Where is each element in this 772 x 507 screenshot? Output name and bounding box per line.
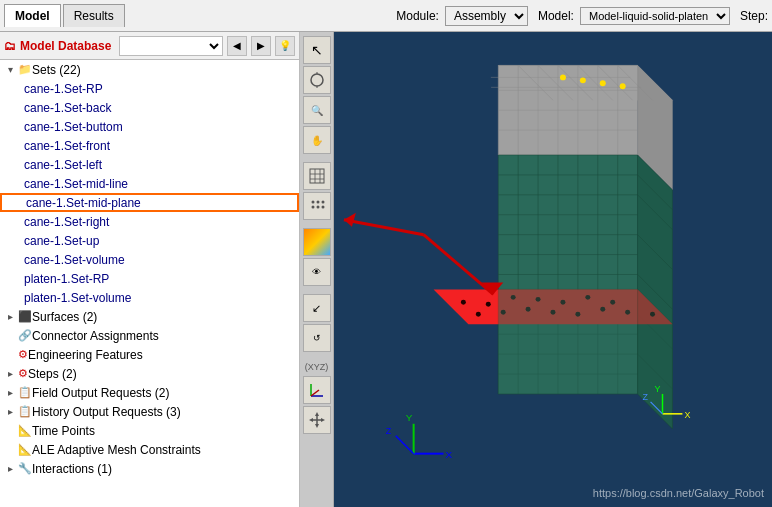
interactions-icon: 🔧 <box>18 462 32 475</box>
svg-point-11 <box>321 206 324 209</box>
rt-zoom-btn[interactable]: 🔍 <box>303 96 331 124</box>
rt-rotate-btn[interactable] <box>303 66 331 94</box>
field-icon: 📋 <box>18 386 32 399</box>
steps-icon: ⚙ <box>18 367 28 380</box>
tree-item-surfaces[interactable]: ▸ ⬛ Surfaces (2) <box>0 307 299 326</box>
tree-label-connector-assignments: Connector Assignments <box>32 329 159 343</box>
list-item[interactable]: cane-1.Set-back <box>0 98 299 117</box>
svg-point-79 <box>476 312 481 317</box>
list-item[interactable]: cane-1.Set-up <box>0 231 299 250</box>
svg-point-42 <box>580 77 586 83</box>
expand-history-output[interactable]: ▸ <box>4 406 16 417</box>
svg-point-72 <box>461 300 466 305</box>
svg-text:X: X <box>684 410 690 420</box>
list-item[interactable]: cane-1.Set-volume <box>0 250 299 269</box>
svg-text:Y: Y <box>655 384 661 394</box>
right-toolbar: ↖ 🔍 ✋ 👁 ↙ ↺ (XYZ) <box>300 32 334 507</box>
list-item[interactable]: cane-1.Set-mid-line <box>0 174 299 193</box>
rt-cursor-btn[interactable]: ↙ <box>303 294 331 322</box>
tree-database-select[interactable] <box>119 36 223 56</box>
list-item[interactable]: cane-1.Set-RP <box>0 79 299 98</box>
rt-select-btn[interactable]: ↖ <box>303 36 331 64</box>
rt-rotate2-btn[interactable]: ↺ <box>303 324 331 352</box>
module-label: Module: <box>396 9 439 23</box>
tree-label-set-left: cane-1.Set-left <box>24 158 102 172</box>
tree-label-platen-rp: platen-1.Set-RP <box>24 272 109 286</box>
expand-interactions[interactable]: ▸ <box>4 463 16 474</box>
list-item[interactable]: cane-1.Set-right <box>0 212 299 231</box>
expand-steps[interactable]: ▸ <box>4 368 16 379</box>
rt-view-btn[interactable]: 👁 <box>303 258 331 286</box>
tree-header-label: Model Database <box>20 39 111 53</box>
svg-rect-1 <box>310 169 324 183</box>
expand-surfaces[interactable]: ▸ <box>4 311 16 322</box>
tree-label-set-mid-plane: cane-1.Set-mid-plane <box>26 196 141 210</box>
svg-marker-19 <box>309 418 313 422</box>
model-dropdown[interactable]: Model-liquid-solid-platen <box>580 7 730 25</box>
tree-btn-3[interactable]: 💡 <box>275 36 295 56</box>
svg-point-10 <box>316 206 319 209</box>
tree-label-interactions: Interactions (1) <box>32 462 112 476</box>
expand-sets[interactable]: ▾ <box>4 64 16 75</box>
svg-point-43 <box>600 80 606 86</box>
svg-marker-20 <box>321 418 325 422</box>
list-item[interactable]: cane-1.Set-front <box>0 136 299 155</box>
rt-axis-btn[interactable] <box>303 376 331 404</box>
tree-label-sets: Sets (22) <box>32 63 81 77</box>
svg-point-73 <box>486 302 491 307</box>
connector-icon: 🔗 <box>18 329 32 342</box>
tree-label-set-volume: cane-1.Set-volume <box>24 253 125 267</box>
svg-marker-18 <box>315 424 319 428</box>
tree-item-history-output[interactable]: ▸ 📋 History Output Requests (3) <box>0 402 299 421</box>
tree-item-set-mid-plane[interactable]: cane-1.Set-mid-plane <box>0 193 299 212</box>
rt-dots-btn[interactable] <box>303 192 331 220</box>
svg-text:Z: Z <box>643 392 649 402</box>
list-item[interactable]: cane-1.Set-buttom <box>0 117 299 136</box>
model-selector: Model: Model-liquid-solid-platen <box>538 7 730 25</box>
tree-label-field-output: Field Output Requests (2) <box>32 386 169 400</box>
svg-point-8 <box>321 201 324 204</box>
tree-label-surfaces: Surfaces (2) <box>32 310 97 324</box>
rt-transform-btn[interactable] <box>303 406 331 434</box>
tree-item-steps[interactable]: ▸ ⚙ Steps (2) <box>0 364 299 383</box>
tree-item-time-points[interactable]: 📐 Time Points <box>0 421 299 440</box>
tree-item-connector-assignments[interactable]: 🔗 Connector Assignments <box>0 326 299 345</box>
sets-icon: 📁 <box>18 63 32 76</box>
expand-field-output[interactable]: ▸ <box>4 387 16 398</box>
surfaces-icon: ⬛ <box>18 310 32 323</box>
tab-model[interactable]: Model <box>4 4 61 27</box>
list-item[interactable]: cane-1.Set-left <box>0 155 299 174</box>
list-item[interactable]: platen-1.Set-volume <box>0 288 299 307</box>
rt-pan-btn[interactable]: ✋ <box>303 126 331 154</box>
tree-label-set-back: cane-1.Set-back <box>24 101 111 115</box>
tree-item-engineering-features[interactable]: ⚙ Engineering Features <box>0 345 299 364</box>
svg-point-0 <box>311 74 323 86</box>
svg-text:Y: Y <box>406 412 413 423</box>
svg-marker-87 <box>498 289 637 394</box>
tree-btn-1[interactable]: ◀ <box>227 36 247 56</box>
eng-icon: ⚙ <box>18 348 28 361</box>
tree-header: 🗂 Model Database ◀ ▶ 💡 <box>0 32 299 60</box>
rt-mesh-btn[interactable] <box>303 162 331 190</box>
tree-item-sets[interactable]: ▾ 📁 Sets (22) <box>0 60 299 79</box>
list-item[interactable]: platen-1.Set-RP <box>0 269 299 288</box>
tree-item-field-output[interactable]: ▸ 📋 Field Output Requests (2) <box>0 383 299 402</box>
tree-btn-2[interactable]: ▶ <box>251 36 271 56</box>
tree-label-engineering-features: Engineering Features <box>28 348 143 362</box>
top-bar: Model Results Module: Assembly Sketch Pa… <box>0 0 772 32</box>
tree-item-interactions[interactable]: ▸ 🔧 Interactions (1) <box>0 459 299 478</box>
left-panel: 🗂 Model Database ◀ ▶ 💡 ▾ 📁 Sets (22) can… <box>0 32 300 507</box>
tree-item-ale-mesh[interactable]: 📐 ALE Adaptive Mesh Constraints <box>0 440 299 459</box>
svg-point-45 <box>560 74 566 80</box>
rt-color-btn[interactable] <box>303 228 331 256</box>
tree-body: ▾ 📁 Sets (22) cane-1.Set-RP cane-1.Set-b… <box>0 60 299 507</box>
tree-label-set-right: cane-1.Set-right <box>24 215 109 229</box>
svg-point-9 <box>311 206 314 209</box>
right-panel: ↖ 🔍 ✋ 👁 ↙ ↺ (XYZ) <box>300 32 772 507</box>
model-label-text: Model: <box>538 9 574 23</box>
svg-line-14 <box>311 390 319 396</box>
tab-results[interactable]: Results <box>63 4 125 27</box>
svg-point-44 <box>620 83 626 89</box>
module-dropdown[interactable]: Assembly Sketch Part <box>445 6 528 26</box>
svg-text:X: X <box>445 449 452 460</box>
